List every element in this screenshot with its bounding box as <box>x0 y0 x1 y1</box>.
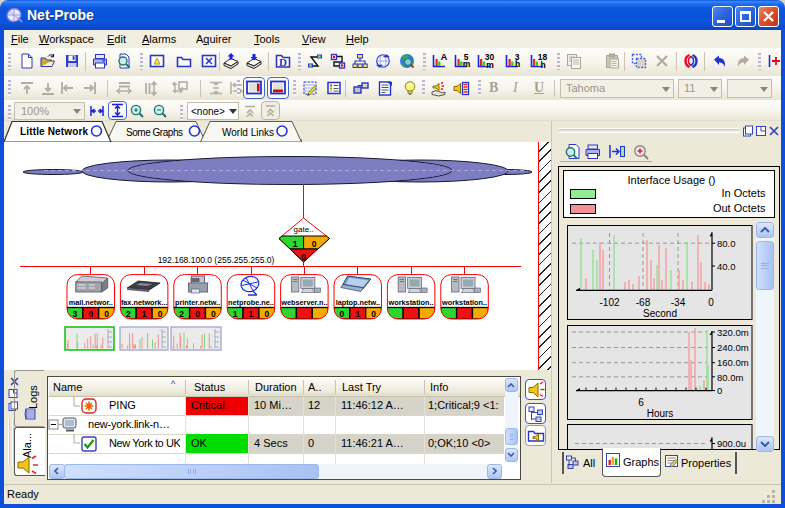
svg-text:160.0m: 160.0m <box>717 357 749 368</box>
svg-text:-34: -34 <box>670 297 685 308</box>
svg-text:6: 6 <box>638 397 644 408</box>
svg-text:-68: -68 <box>635 297 650 308</box>
svg-text:Second: Second <box>643 308 677 319</box>
svg-text:fax.network...: fax.network... <box>121 298 168 307</box>
svg-text:netprobe.ne..: netprobe.ne.. <box>228 298 274 307</box>
svg-text:workstation..: workstation.. <box>441 298 487 307</box>
svg-text:0: 0 <box>158 309 163 319</box>
svg-text:h: h <box>515 59 520 69</box>
svg-text:0: 0 <box>195 309 200 319</box>
svg-text:World Links: World Links <box>222 127 274 138</box>
svg-text:0: 0 <box>340 309 345 319</box>
svg-text:printer.netw..: printer.netw.. <box>175 298 220 307</box>
svg-text:D: D <box>279 56 287 68</box>
svg-text:1: 1 <box>293 239 298 249</box>
svg-text:192.168.100.0 (255.255.255.0): 192.168.100.0 (255.255.255.0) <box>158 255 275 265</box>
svg-text:0: 0 <box>211 309 216 319</box>
svg-text:workstation..: workstation.. <box>388 298 434 307</box>
svg-text:0: 0 <box>312 239 317 249</box>
svg-text:gate..: gate.. <box>294 225 314 234</box>
svg-text:A: A <box>441 52 448 62</box>
svg-text:80.0: 80.0 <box>717 238 736 249</box>
svg-text:2: 2 <box>179 309 184 319</box>
svg-text:0: 0 <box>104 309 109 319</box>
svg-text:Some Graphs: Some Graphs <box>126 127 183 138</box>
svg-text:3: 3 <box>73 309 78 319</box>
svg-text:h: h <box>540 60 545 70</box>
svg-text:Little Network: Little Network <box>20 126 88 137</box>
svg-text:240.0m: 240.0m <box>717 342 749 353</box>
svg-text:2: 2 <box>126 309 131 319</box>
svg-text:laptop.netw..: laptop.netw.. <box>336 298 380 307</box>
svg-text:mail.networ..: mail.networ.. <box>69 298 113 307</box>
svg-text:0: 0 <box>371 309 376 319</box>
svg-text:m: m <box>486 60 494 70</box>
svg-text:0: 0 <box>264 309 269 319</box>
svg-text:80.0m: 80.0m <box>717 372 743 383</box>
svg-text:1: 1 <box>142 309 147 319</box>
svg-text:0: 0 <box>301 252 306 262</box>
svg-text:Hours: Hours <box>646 408 673 419</box>
svg-text:1: 1 <box>249 309 254 319</box>
svg-text:1: 1 <box>355 309 360 319</box>
svg-text:1: 1 <box>233 309 238 319</box>
svg-text:900.0u: 900.0u <box>717 438 746 449</box>
svg-text:40.0: 40.0 <box>717 261 736 272</box>
svg-text:-102: -102 <box>599 297 619 308</box>
svg-text:320.0m: 320.0m <box>717 327 749 338</box>
svg-text:m: m <box>463 59 471 69</box>
svg-text:0: 0 <box>88 309 93 319</box>
svg-text:0: 0 <box>708 297 714 308</box>
svg-text:0: 0 <box>717 385 722 396</box>
svg-text:webserver.n..: webserver.n.. <box>280 298 327 307</box>
